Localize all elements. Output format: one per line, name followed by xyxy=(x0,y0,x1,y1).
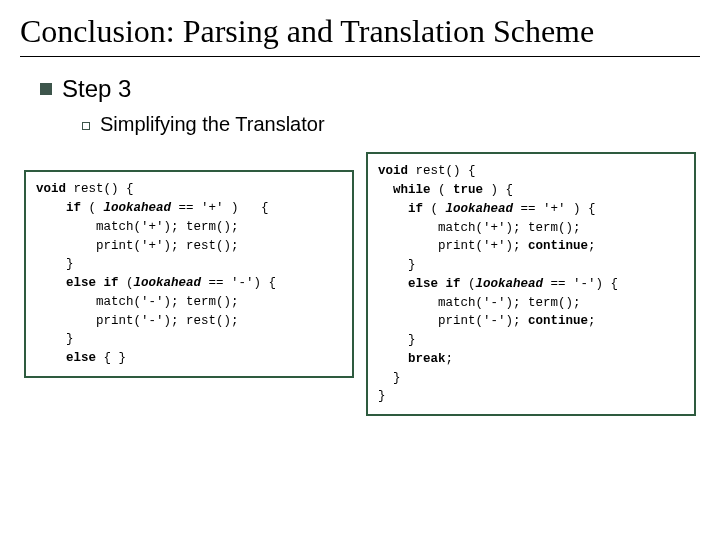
square-bullet-small-icon xyxy=(82,122,90,130)
sub-bullet-label: Simplifying the Translator xyxy=(100,113,325,136)
slide-title: Conclusion: Parsing and Translation Sche… xyxy=(20,12,700,57)
code-right: void rest() { while ( true ) { if ( look… xyxy=(366,152,696,416)
code-boxes: void rest() { if ( lookahead == '+' ) { … xyxy=(20,152,700,416)
code-left: void rest() { if ( lookahead == '+' ) { … xyxy=(24,170,354,378)
bullet-step-label: Step 3 xyxy=(62,75,131,103)
bullet-step: Step 3 xyxy=(40,75,700,103)
square-bullet-icon xyxy=(40,83,52,95)
sub-bullet: Simplifying the Translator xyxy=(82,113,700,136)
